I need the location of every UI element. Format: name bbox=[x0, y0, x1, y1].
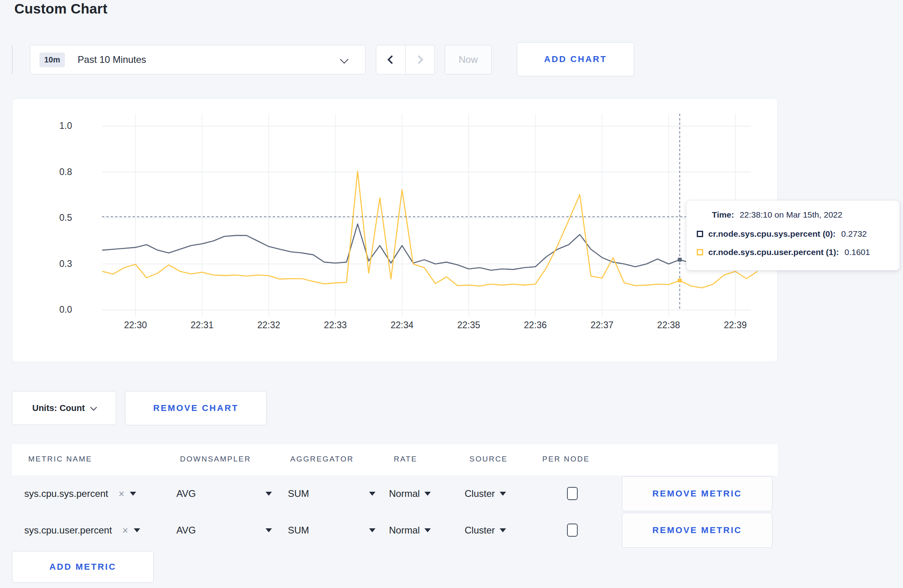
caret-down-icon bbox=[130, 492, 136, 496]
source-dropdown[interactable]: Cluster bbox=[465, 475, 506, 512]
caret-down-icon bbox=[134, 528, 140, 532]
hover-point-sys bbox=[678, 258, 682, 262]
column-header-source: SOURCE bbox=[469, 455, 508, 463]
caret-down-icon bbox=[266, 492, 272, 496]
per-node-checkbox[interactable] bbox=[567, 487, 578, 500]
source-value: Cluster bbox=[465, 525, 495, 536]
caret-down-icon bbox=[500, 492, 506, 496]
column-header-downsampler: DOWNSAMPLER bbox=[180, 455, 251, 463]
time-step-button-group bbox=[376, 45, 435, 74]
metric-name-dropdown[interactable]: sys.cpu.user.percent × bbox=[24, 512, 140, 549]
y-tick-label: 1.0 bbox=[40, 121, 72, 131]
column-header-aggregator: AGGREGATOR bbox=[290, 455, 354, 463]
y-tick-label: 0.3 bbox=[40, 259, 72, 269]
x-tick-label: 22:33 bbox=[309, 320, 361, 331]
x-tick-label: 22:34 bbox=[376, 320, 428, 331]
chevron-right-icon bbox=[414, 55, 423, 64]
units-dropdown-label: Units: Count bbox=[32, 403, 85, 413]
metric-name-value: sys.cpu.user.percent bbox=[24, 525, 112, 536]
x-tick-label: 22:32 bbox=[243, 320, 295, 331]
x-tick-label: 22:37 bbox=[576, 320, 628, 331]
x-tick-label: 22:30 bbox=[109, 320, 161, 331]
toolbar-left-divider bbox=[12, 45, 13, 74]
source-value: Cluster bbox=[465, 488, 495, 499]
time-range-badge: 10m bbox=[39, 53, 65, 67]
tooltip-series-label: cr.node.sys.cpu.user.percent (1): bbox=[708, 247, 839, 257]
add-metric-button[interactable]: ADD METRIC bbox=[12, 551, 154, 583]
chevron-down-icon bbox=[90, 404, 97, 411]
metric-name-dropdown[interactable]: sys.cpu.sys.percent × bbox=[24, 475, 136, 512]
clear-metric-icon[interactable]: × bbox=[122, 525, 128, 536]
caret-down-icon bbox=[266, 528, 272, 532]
tooltip-series-row: cr.node.sys.cpu.sys.percent (0): 0.2732 bbox=[697, 229, 867, 239]
remove-metric-button[interactable]: REMOVE METRIC bbox=[622, 513, 772, 548]
downsampler-dropdown[interactable]: AVG bbox=[176, 512, 272, 549]
aggregator-value: SUM bbox=[288, 525, 309, 536]
y-tick-label: 0.5 bbox=[40, 212, 72, 223]
remove-chart-button[interactable]: REMOVE CHART bbox=[125, 391, 267, 425]
time-range-label: Past 10 Minutes bbox=[78, 54, 146, 65]
chevron-left-icon bbox=[387, 55, 397, 64]
x-tick-label: 22:38 bbox=[643, 320, 694, 331]
series-line-user bbox=[102, 171, 758, 288]
series-sys-swatch-icon bbox=[697, 231, 703, 237]
rate-value: Normal bbox=[389, 525, 420, 536]
chart-hover-tooltip: Time: 22:38:10 on Mar 15th, 2022 cr.node… bbox=[686, 200, 900, 271]
downsampler-value: AVG bbox=[176, 525, 196, 536]
add-chart-button[interactable]: ADD CHART bbox=[517, 42, 634, 76]
downsampler-dropdown[interactable]: AVG bbox=[176, 475, 272, 512]
remove-metric-button[interactable]: REMOVE METRIC bbox=[622, 476, 772, 511]
metric-name-value: sys.cpu.sys.percent bbox=[24, 488, 108, 499]
time-step-back-button[interactable] bbox=[376, 45, 405, 74]
tooltip-series-label: cr.node.sys.cpu.sys.percent (0): bbox=[708, 229, 836, 239]
source-dropdown[interactable]: Cluster bbox=[465, 512, 506, 549]
y-tick-label: 0.8 bbox=[40, 167, 72, 177]
series-line-sys bbox=[102, 224, 758, 270]
tooltip-time-value: 22:38:10 on Mar 15th, 2022 bbox=[740, 210, 842, 220]
tooltip-series-value: 0.1601 bbox=[844, 247, 870, 257]
column-header-rate: RATE bbox=[394, 455, 417, 463]
per-node-checkbox[interactable] bbox=[567, 524, 578, 537]
x-tick-label: 22:35 bbox=[443, 320, 494, 331]
x-tick-label: 22:39 bbox=[710, 320, 761, 331]
x-tick-label: 22:36 bbox=[510, 320, 561, 331]
aggregator-dropdown[interactable]: SUM bbox=[288, 475, 375, 512]
caret-down-icon bbox=[369, 528, 375, 532]
now-button[interactable]: Now bbox=[445, 45, 492, 74]
time-range-selector[interactable]: 10m Past 10 Minutes bbox=[30, 45, 366, 74]
tooltip-time-row: Time: 22:38:10 on Mar 15th, 2022 bbox=[712, 210, 842, 220]
rate-value: Normal bbox=[389, 488, 420, 499]
page-title: Custom Chart bbox=[14, 1, 108, 17]
caret-down-icon bbox=[424, 528, 431, 532]
chart-card: 0.00.30.50.81.0 22:3022:3122:3222:3322:3… bbox=[12, 98, 778, 362]
tooltip-series-value: 0.2732 bbox=[841, 229, 867, 239]
downsampler-value: AVG bbox=[176, 488, 196, 499]
clear-metric-icon[interactable]: × bbox=[119, 488, 125, 500]
time-step-forward-button[interactable] bbox=[405, 45, 435, 74]
caret-down-icon bbox=[369, 492, 375, 496]
hover-point-user bbox=[678, 278, 682, 282]
column-header-metric-name: METRIC NAME bbox=[28, 455, 92, 463]
chevron-down-icon bbox=[340, 55, 348, 64]
caret-down-icon bbox=[424, 492, 431, 496]
series-user-swatch-icon bbox=[697, 249, 703, 255]
rate-dropdown[interactable]: Normal bbox=[389, 475, 431, 512]
units-dropdown[interactable]: Units: Count bbox=[12, 391, 116, 425]
metrics-table-header: METRIC NAME DOWNSAMPLER AGGREGATOR RATE … bbox=[12, 444, 778, 475]
caret-down-icon bbox=[500, 528, 506, 532]
column-header-per-node: PER NODE bbox=[542, 455, 590, 463]
rate-dropdown[interactable]: Normal bbox=[389, 512, 431, 549]
x-tick-label: 22:31 bbox=[176, 320, 228, 331]
aggregator-dropdown[interactable]: SUM bbox=[288, 512, 375, 549]
custom-chart-page: Custom Chart 10m Past 10 Minutes Now ADD… bbox=[0, 0, 903, 588]
tooltip-time-label: Time: bbox=[712, 210, 734, 220]
table-row: sys.cpu.sys.percent × AVG SUM Normal Clu… bbox=[12, 475, 778, 512]
y-tick-label: 0.0 bbox=[40, 304, 72, 315]
tooltip-series-row: cr.node.sys.cpu.user.percent (1): 0.1601 bbox=[697, 247, 870, 257]
table-row: sys.cpu.user.percent × AVG SUM Normal Cl… bbox=[12, 512, 778, 549]
aggregator-value: SUM bbox=[288, 488, 309, 499]
